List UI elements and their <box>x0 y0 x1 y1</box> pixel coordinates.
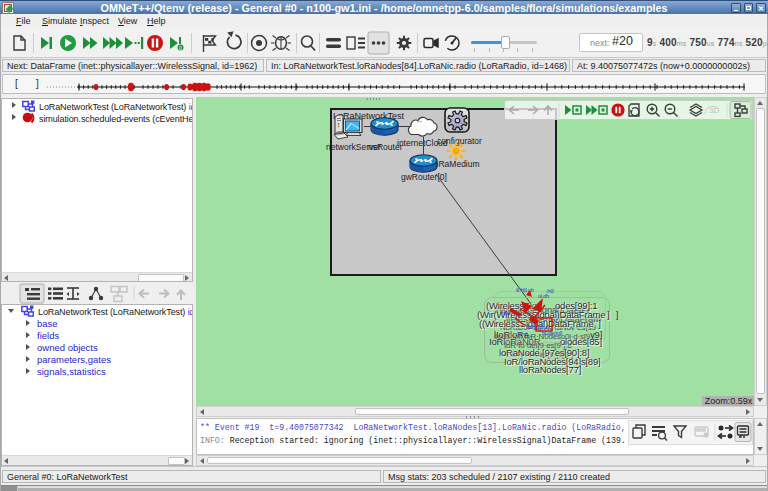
svg-text:0: 0 <box>179 45 182 51</box>
svg-text:nllu: nllu <box>502 310 510 316</box>
svg-text:ili hl|l.uh: ili hl|l.uh <box>516 287 534 293</box>
svg-text:hl.ul: hl.ul <box>518 331 527 337</box>
svg-text:.hl|l: .hl|l <box>546 288 553 294</box>
